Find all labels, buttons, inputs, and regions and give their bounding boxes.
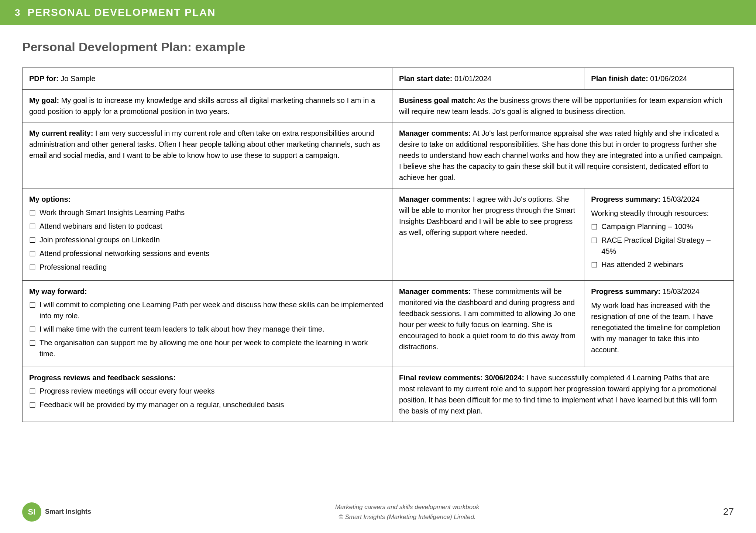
pr-item-2: Feedback will be provided by my manager … — [39, 399, 284, 410]
final-review-cell: Final review comments: 30/06/2024: I hav… — [392, 367, 734, 422]
options-cell: My options: Work through Smart Insights … — [23, 188, 392, 281]
list-item: Campaign Planning – 100% — [591, 221, 727, 232]
manager-comments-3-cell: Manager comments: These commitments will… — [392, 281, 584, 367]
table-row-way-forward: My way forward: I will commit to complet… — [23, 281, 734, 367]
list-item: Attend professional networking sessions … — [29, 248, 385, 259]
options-list: Work through Smart Insights Learning Pat… — [29, 207, 385, 273]
progress-summary-1-cell: Progress summary: 15/03/2024 Working ste… — [584, 188, 734, 281]
plan-finish-label: Plan finish date: — [591, 75, 648, 83]
wf-item-3: The organisation can support me by allow… — [39, 337, 385, 359]
option-2: Attend webinars and listen to podcast — [39, 221, 162, 232]
pdp-for-label: PDP for: — [29, 75, 59, 83]
option-4: Attend professional networking sessions … — [39, 248, 209, 259]
my-goal-cell: My goal: My goal is to increase my knowl… — [23, 90, 392, 122]
manager-comments-3-text: These commitments will be monitored via … — [399, 287, 575, 351]
logo-circle: SI — [22, 502, 41, 522]
plan-finish-cell: Plan finish date: 01/06/2024 — [584, 68, 734, 90]
ps1-item-1: Campaign Planning – 100% — [601, 221, 693, 232]
progress-reviews-label: Progress reviews and feedback sessions: — [29, 372, 385, 383]
list-item: Attend webinars and listen to podcast — [29, 221, 385, 232]
progress-summary-2-text: My work load has increased with the resi… — [591, 300, 727, 355]
footer-line1: Marketing careers and skills development… — [335, 502, 479, 512]
table-row-reviews: Progress reviews and feedback sessions: … — [23, 367, 734, 422]
pr-item-1: Progress review meetings will occur ever… — [39, 385, 215, 397]
wf-item-1: I will commit to completing one Learning… — [39, 299, 385, 321]
list-item: The organisation can support me by allow… — [29, 337, 385, 359]
ps1-item-3: Has attended 2 webinars — [601, 259, 683, 270]
manager-comments-2-label: Manager comments: — [399, 195, 471, 203]
way-forward-cell: My way forward: I will commit to complet… — [23, 281, 392, 367]
list-item: RACE Practical Digital Strategy – 45% — [591, 235, 727, 257]
header-number: 3 — [15, 7, 20, 18]
plan-start-label: Plan start date: — [399, 75, 452, 83]
manager-comments-1-cell: Manager comments: At Jo's last performan… — [392, 122, 734, 188]
footer: SI Smart Insights Marketing careers and … — [0, 502, 756, 522]
footer-page-number: 27 — [723, 506, 734, 518]
table-row-goals: My goal: My goal is to increase my knowl… — [23, 90, 734, 122]
main-table: PDP for: Jo Sample Plan start date: 01/0… — [22, 68, 734, 422]
list-item: Progress review meetings will occur ever… — [29, 385, 385, 397]
footer-center: Marketing careers and skills development… — [335, 502, 479, 522]
option-5: Professional reading — [39, 262, 107, 273]
plan-start-value: 01/01/2024 — [454, 75, 491, 83]
progress-summary-2-label: Progress summary: — [591, 287, 660, 295]
svg-text:SI: SI — [28, 507, 36, 516]
option-3: Join professional groups on LinkedIn — [39, 234, 160, 245]
wf-item-2: I will make time with the current team l… — [39, 323, 324, 335]
footer-left: SI Smart Insights — [22, 502, 91, 522]
goal-text: My goal is to increase my knowledge and … — [29, 96, 375, 115]
header-title: PERSONAL DEVELOPMENT PLAN — [27, 7, 216, 18]
final-review-label: Final review comments: 30/06/2024: — [399, 374, 524, 382]
pdp-for-value: Jo Sample — [61, 75, 96, 83]
list-item: Feedback will be provided by my manager … — [29, 399, 385, 411]
list-item: Join professional groups on LinkedIn — [29, 234, 385, 246]
list-item: I will make time with the current team l… — [29, 323, 385, 335]
progress-summary-1-intro: Working steadily through resources: — [591, 208, 727, 219]
progress-summary-1-header: Progress summary: 15/03/2024 — [591, 194, 727, 205]
header-bar: 3 PERSONAL DEVELOPMENT PLAN — [0, 0, 756, 25]
page-content: Personal Development Plan: example PDP f… — [0, 25, 756, 451]
list-item: Professional reading — [29, 262, 385, 273]
plan-finish-value: 01/06/2024 — [650, 75, 687, 83]
table-row-reality: My current reality: I am very successful… — [23, 122, 734, 188]
progress-summary-1-label: Progress summary: — [591, 195, 660, 203]
list-item: I will commit to completing one Learning… — [29, 299, 385, 321]
footer-brand-name: Smart Insights — [45, 508, 91, 516]
options-label: My options: — [29, 194, 385, 205]
plan-start-cell: Plan start date: 01/01/2024 — [392, 68, 584, 90]
page-subtitle: Personal Development Plan: example — [22, 40, 734, 54]
manager-comments-1-label: Manager comments: — [399, 129, 471, 137]
list-item: Work through Smart Insights Learning Pat… — [29, 207, 385, 218]
ps1-item-2: RACE Practical Digital Strategy – 45% — [601, 235, 727, 257]
footer-line2: © Smart Insights (Marketing Intelligence… — [335, 512, 479, 522]
progress-summary-2-date: 15/03/2024 — [663, 287, 700, 295]
footer-logo: SI Smart Insights — [22, 502, 91, 522]
manager-comments-2-cell: Manager comments: I agree with Jo's opti… — [392, 188, 584, 281]
current-reality-label: My current reality: — [29, 129, 93, 137]
goal-label: My goal: — [29, 96, 59, 104]
progress-summary-2-cell: Progress summary: 15/03/2024 My work loa… — [584, 281, 734, 367]
pdp-for-cell: PDP for: Jo Sample — [23, 68, 392, 90]
business-goal-cell: Business goal match: As the business gro… — [392, 90, 734, 122]
table-row-options: My options: Work through Smart Insights … — [23, 188, 734, 281]
footer-brand: Smart Insights — [45, 508, 91, 516]
current-reality-cell: My current reality: I am very successful… — [23, 122, 392, 188]
table-row-pdp-meta: PDP for: Jo Sample Plan start date: 01/0… — [23, 68, 734, 90]
progress-summary-1-list: Campaign Planning – 100% RACE Practical … — [591, 221, 727, 270]
progress-reviews-list: Progress review meetings will occur ever… — [29, 385, 385, 411]
progress-summary-1-date: 15/03/2024 — [663, 195, 700, 203]
business-goal-label: Business goal match: — [399, 96, 475, 104]
manager-comments-3-label: Manager comments: — [399, 287, 471, 295]
list-item: Has attended 2 webinars — [591, 259, 727, 270]
progress-reviews-cell: Progress reviews and feedback sessions: … — [23, 367, 392, 422]
progress-summary-2-header: Progress summary: 15/03/2024 — [591, 286, 727, 297]
way-forward-list: I will commit to completing one Learning… — [29, 299, 385, 359]
option-1: Work through Smart Insights Learning Pat… — [39, 207, 185, 218]
way-forward-label: My way forward: — [29, 286, 385, 297]
